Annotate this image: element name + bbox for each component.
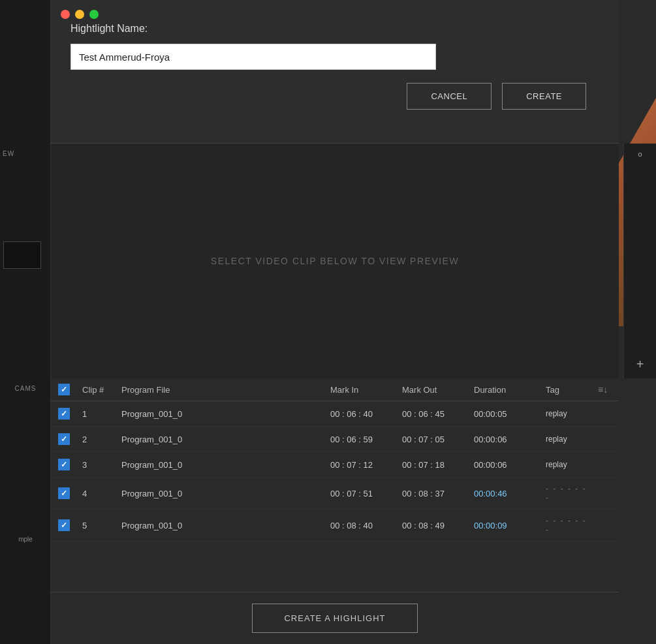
duration-3: 00:00:06 — [469, 460, 540, 470]
program-file-2: Program_001_0 — [116, 435, 325, 444]
preview-placeholder-text: SELECT VIDEO CLIP BELOW TO VIEW PREVIEW — [211, 256, 459, 266]
tag-2: replay — [540, 435, 593, 444]
clip-num-3: 3 — [77, 460, 116, 470]
duration-2: 00:00:06 — [469, 435, 540, 444]
left-sidebar: EW CAMS mple — [0, 0, 51, 644]
checkbox-5[interactable] — [58, 519, 70, 531]
mark-out-1: 00 : 06 : 45 — [397, 409, 469, 419]
duration-1: 00:00:05 — [469, 409, 540, 419]
mark-out-3: 00 : 07 : 18 — [397, 460, 469, 470]
checkbox-4[interactable] — [58, 487, 70, 499]
col-header-mark-in: Mark In — [325, 385, 397, 395]
program-file-3: Program_001_0 — [116, 460, 325, 470]
col-header-program-file: Program File — [116, 385, 325, 395]
checkbox-3[interactable] — [58, 459, 70, 470]
video-preview-area: SELECT VIDEO CLIP BELOW TO VIEW PREVIEW — [51, 144, 619, 378]
add-panel-button[interactable]: + — [636, 357, 644, 372]
col-header-tag: Tag — [540, 385, 593, 395]
tag-3: replay — [540, 460, 593, 469]
row-checkbox-1[interactable] — [51, 408, 77, 420]
dialog-title: Hightlight Name: — [70, 23, 599, 35]
clips-table-area: Clip # Program File Mark In Mark Out Dur… — [51, 378, 619, 542]
clip-num-1: 1 — [77, 409, 116, 419]
tag-5: - - - - - - - — [540, 516, 593, 534]
table-row: 5 Program_001_0 00 : 08 : 40 00 : 08 : 4… — [51, 510, 619, 542]
checkbox-2[interactable] — [58, 433, 70, 445]
program-file-4: Program_001_0 — [116, 489, 325, 498]
panel-number: o — [638, 150, 642, 158]
bottom-bar: CREATE A HIGHLIGHT — [51, 592, 619, 644]
row-checkbox-2[interactable] — [51, 433, 77, 445]
dialog-content: Hightlight Name: CANCEL CREATE — [51, 0, 619, 123]
mark-out-2: 00 : 07 : 05 — [397, 435, 469, 444]
mark-in-5: 00 : 08 : 40 — [325, 521, 397, 530]
highlight-name-input[interactable] — [70, 44, 436, 70]
minimize-button[interactable] — [75, 10, 84, 19]
ew-label: EW — [3, 150, 14, 157]
highlight-name-dialog: Hightlight Name: CANCEL CREATE — [51, 0, 619, 144]
window-controls — [61, 10, 99, 19]
duration-4: 00:00:46 — [469, 489, 540, 498]
header-checkbox[interactable] — [51, 384, 77, 395]
program-file-5: Program_001_0 — [116, 521, 325, 530]
tag-4: - - - - - - - — [540, 484, 593, 502]
mark-in-2: 00 : 06 : 59 — [325, 435, 397, 444]
mark-out-5: 00 : 08 : 49 — [397, 521, 469, 530]
col-header-mark-out: Mark Out — [397, 385, 469, 395]
checkbox-1[interactable] — [58, 408, 70, 420]
sidebar-preview-box — [3, 241, 41, 269]
table-row: 1 Program_001_0 00 : 06 : 40 00 : 06 : 4… — [51, 401, 619, 427]
mark-in-3: 00 : 07 : 12 — [325, 460, 397, 470]
right-panel: o + — [623, 144, 656, 378]
cancel-button[interactable]: CANCEL — [407, 83, 492, 110]
cams-label: CAMS — [0, 385, 51, 392]
row-checkbox-3[interactable] — [51, 459, 77, 470]
row-checkbox-4[interactable] — [51, 487, 77, 499]
mark-out-4: 00 : 08 : 37 — [397, 489, 469, 498]
create-highlight-button[interactable]: CREATE A HIGHLIGHT — [252, 604, 417, 633]
col-header-duration: Duration — [469, 385, 540, 395]
create-button[interactable]: CREATE — [502, 83, 586, 110]
duration-5: 00:00:09 — [469, 521, 540, 530]
clip-num-5: 5 — [77, 521, 116, 530]
clip-num-2: 2 — [77, 435, 116, 444]
maximize-button[interactable] — [89, 10, 99, 19]
dialog-buttons: CANCEL CREATE — [70, 83, 599, 110]
table-body: 1 Program_001_0 00 : 06 : 40 00 : 06 : 4… — [51, 401, 619, 542]
clip-num-4: 4 — [77, 489, 116, 498]
program-file-1: Program_001_0 — [116, 409, 325, 419]
table-header: Clip # Program File Mark In Mark Out Dur… — [51, 378, 619, 401]
row-checkbox-5[interactable] — [51, 519, 77, 531]
sample-label: mple — [0, 536, 51, 543]
table-row: 3 Program_001_0 00 : 07 : 12 00 : 07 : 1… — [51, 452, 619, 478]
table-row: 2 Program_001_0 00 : 06 : 59 00 : 07 : 0… — [51, 427, 619, 452]
select-all-checkbox[interactable] — [58, 384, 70, 395]
table-row: 4 Program_001_0 00 : 07 : 51 00 : 08 : 3… — [51, 478, 619, 510]
close-button[interactable] — [61, 10, 70, 19]
mark-in-1: 00 : 06 : 40 — [325, 409, 397, 419]
col-header-clip-num: Clip # — [77, 385, 116, 395]
tag-1: replay — [540, 409, 593, 418]
sort-icon[interactable]: ≡↓ — [593, 384, 619, 395]
mark-in-4: 00 : 07 : 51 — [325, 489, 397, 498]
